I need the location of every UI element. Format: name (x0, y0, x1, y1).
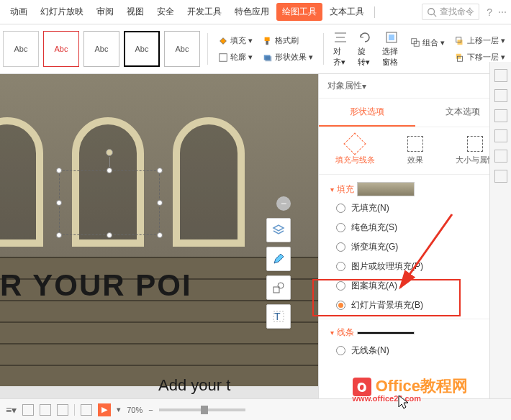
subtab-fill-line[interactable]: 填充与线条 (335, 136, 375, 165)
zoom-thumb[interactable] (201, 406, 208, 414)
divider (74, 404, 75, 416)
play-dropdown[interactable]: ▾ (117, 405, 121, 414)
tab-drawing-tools[interactable]: 绘图工具 (276, 3, 322, 21)
align-icon (333, 30, 348, 45)
zoom-slider[interactable] (159, 408, 245, 411)
svg-line-22 (400, 214, 452, 288)
svg-rect-11 (389, 35, 394, 40)
side-tool-1[interactable] (494, 69, 507, 82)
tab-special[interactable]: 特色应用 (229, 3, 275, 21)
fill-section-header[interactable]: 填充 (330, 182, 499, 196)
effect-icon (263, 52, 273, 63)
notes-toggle[interactable]: ≡▾ (6, 404, 17, 416)
side-tool-5[interactable] (494, 150, 507, 163)
shape-style-3[interactable]: Abc (83, 31, 119, 67)
group-button[interactable]: 组合▾ (407, 36, 448, 50)
svg-rect-3 (264, 37, 269, 40)
brush-icon (263, 36, 273, 46)
subtab-effect[interactable]: 效果 (407, 136, 423, 165)
play-button[interactable]: ▶ (98, 403, 111, 416)
tab-shape-options[interactable]: 形状选项 (319, 99, 415, 127)
tab-security[interactable]: 安全 (151, 3, 180, 21)
view-normal-icon[interactable] (22, 404, 34, 416)
outline-button[interactable]: 轮廓▾ (215, 50, 256, 64)
svg-point-19 (278, 283, 284, 288)
shape-style-1[interactable]: Abc (3, 31, 39, 67)
floating-toolbar: T (266, 218, 291, 329)
tab-slideshow[interactable]: 幻灯片放映 (35, 3, 89, 21)
search-placeholder: 查找命令 (440, 6, 474, 18)
shape-style-5[interactable]: Abc (164, 31, 200, 67)
search-command[interactable]: 查找命令 (422, 4, 479, 20)
svg-point-0 (428, 8, 435, 14)
side-tool-2[interactable] (494, 89, 507, 102)
radio-icon (336, 346, 345, 355)
zoom-out-icon[interactable]: − (148, 406, 153, 414)
arch-decoration (0, 117, 43, 247)
comment-icon[interactable] (81, 404, 92, 416)
side-tool-6[interactable] (494, 170, 507, 183)
shape-style-gallery[interactable]: Abc Abc Abc Abc Abc (3, 31, 200, 67)
resize-handle-br[interactable] (157, 232, 163, 238)
svg-rect-6 (265, 56, 271, 61)
line-section: 线条 无线条(N) (319, 319, 511, 364)
layers-icon (272, 224, 285, 237)
selected-shape[interactable] (59, 170, 160, 235)
resize-handle-r[interactable] (157, 200, 163, 206)
resize-handle-tr[interactable] (157, 168, 163, 173)
view-sorter-icon[interactable] (40, 404, 51, 416)
selection-border (59, 170, 160, 235)
ribbon: Abc Abc Abc Abc Abc 填充▾ 轮廓▾ 格式刷 形状效果▾ 对齐… (0, 24, 511, 74)
resize-handle-t[interactable] (107, 168, 112, 173)
tab-animation[interactable]: 动画 (4, 3, 33, 21)
line-section-header[interactable]: 线条 (330, 327, 499, 339)
resize-handle-b[interactable] (107, 232, 112, 238)
tab-review[interactable]: 审阅 (91, 3, 119, 21)
panel-title: 对象属性 (327, 80, 362, 92)
shape-effect-button[interactable]: 形状效果▾ (260, 50, 316, 64)
line-options: 无线条(N) (330, 339, 499, 357)
resize-handle-l[interactable] (56, 200, 62, 206)
zoom-out-button[interactable]: − (276, 196, 291, 211)
resize-handle-tl[interactable] (56, 168, 62, 173)
radio-icon (336, 204, 345, 213)
fill-preview[interactable] (357, 182, 415, 196)
layers-tool[interactable] (266, 218, 291, 242)
radio-icon (336, 223, 345, 232)
rotate-handle[interactable] (106, 149, 113, 156)
tab-view[interactable]: 视图 (121, 3, 150, 21)
tab-dev[interactable]: 开发工具 (181, 3, 227, 21)
svg-rect-4 (266, 41, 268, 45)
view-reading-icon[interactable] (57, 404, 68, 416)
line-preview[interactable] (357, 332, 415, 334)
shapes-tool[interactable] (266, 275, 291, 300)
fill-icon (218, 36, 228, 46)
svg-line-1 (434, 14, 437, 17)
side-tool-4[interactable] (494, 129, 507, 142)
svg-text:O: O (357, 381, 366, 393)
move-up-button[interactable]: 上移一层▾ (452, 34, 508, 47)
resize-handle-bl[interactable] (56, 232, 62, 238)
menu-tabs: 动画 幻灯片放映 审阅 视图 安全 开发工具 特色应用 绘图工具 文本工具 查找… (0, 0, 511, 24)
line-none-radio[interactable]: 无线条(N) (336, 344, 499, 357)
side-tool-3[interactable] (494, 109, 507, 122)
radio-icon (336, 242, 345, 252)
fill-button[interactable]: 填充▾ (215, 34, 256, 47)
rotate-button[interactable]: 旋转▾ (355, 29, 375, 69)
shape-style-2[interactable]: Abc (43, 31, 79, 67)
move-down-icon (455, 52, 465, 63)
pen-tool[interactable] (266, 247, 291, 271)
overflow-icon[interactable]: ⋯ (498, 7, 507, 17)
tab-text-tools[interactable]: 文本工具 (324, 3, 370, 21)
align-button[interactable]: 对齐▾ (330, 29, 351, 69)
select-pane-button[interactable]: 选择窗格 (379, 29, 403, 69)
zoom-value[interactable]: 70% (127, 406, 143, 414)
format-painter-button[interactable]: 格式刷 (260, 34, 316, 47)
arch-decoration (173, 117, 245, 247)
slide-canvas[interactable]: ER YOUR POI Add your t − T (0, 74, 318, 415)
text-tool[interactable]: T (266, 304, 291, 329)
outline-icon (218, 52, 228, 63)
menu-divider (374, 6, 375, 18)
shape-style-4[interactable]: Abc (124, 31, 160, 67)
help-icon[interactable]: ? (487, 6, 492, 18)
